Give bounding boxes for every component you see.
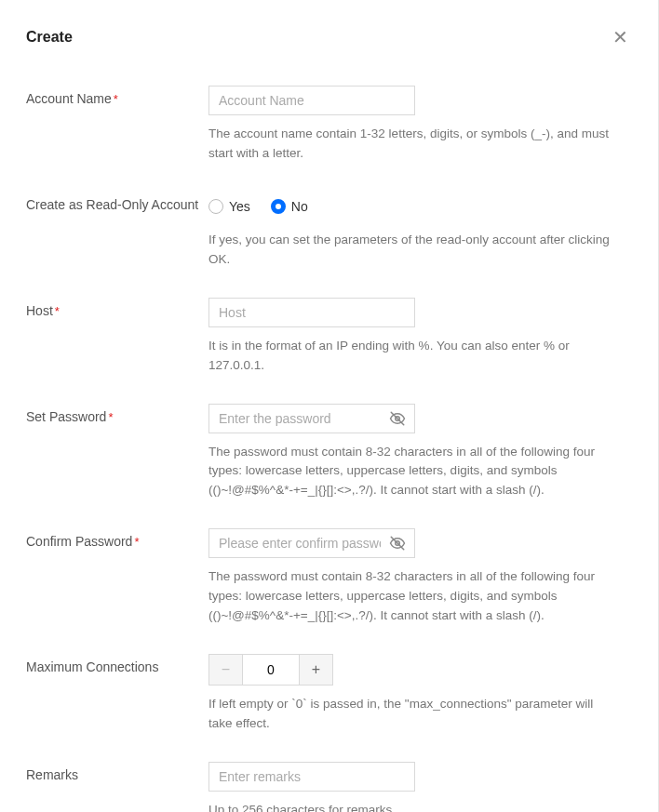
remarks-input[interactable]: [208, 762, 415, 792]
hint-host: It is in the format of an IP ending with…: [208, 337, 618, 376]
radio-no[interactable]: No: [271, 199, 308, 214]
field-max-connections: − + If left empty or `0` is passed in, t…: [208, 654, 632, 734]
eye-off-icon: [389, 535, 406, 552]
row-host: Host* It is in the format of an IP endin…: [26, 298, 632, 376]
close-icon: ✕: [612, 27, 628, 47]
row-confirm-password: Confirm Password* The password must cont…: [26, 528, 632, 626]
label-read-only: Create as Read-Only Account: [26, 192, 208, 212]
toggle-password-visibility[interactable]: [389, 410, 406, 427]
field-confirm-password: The password must contain 8-32 character…: [208, 528, 632, 626]
row-read-only: Create as Read-Only Account Yes No If ye…: [26, 192, 632, 270]
label-text: Confirm Password: [26, 534, 132, 549]
label-host: Host*: [26, 298, 208, 318]
confirm-password-input[interactable]: [208, 528, 415, 558]
label-text: Account Name: [26, 91, 112, 106]
max-connections-stepper: − +: [208, 654, 632, 686]
label-text: Host: [26, 303, 53, 318]
required-mark: *: [108, 410, 113, 424]
required-mark: *: [114, 92, 118, 106]
eye-off-icon: [389, 410, 406, 427]
row-account-name: Account Name* The account name contain 1…: [26, 86, 632, 164]
hint-read-only: If yes, you can set the parameters of th…: [208, 231, 618, 270]
label-set-password: Set Password*: [26, 404, 208, 424]
field-account-name: The account name contain 1-32 letters, d…: [208, 86, 632, 164]
stepper-increment[interactable]: +: [300, 654, 333, 686]
field-host: It is in the format of an IP ending with…: [208, 298, 632, 376]
field-read-only: Yes No If yes, you can set the parameter…: [208, 192, 632, 270]
label-text: Set Password: [26, 409, 106, 424]
radio-icon: [271, 199, 286, 214]
password-wrapper: [208, 528, 415, 558]
hint-confirm-password: The password must contain 8-32 character…: [208, 567, 618, 626]
row-remarks: Remarks Up to 256 characters for remarks: [26, 762, 632, 812]
set-password-input[interactable]: [208, 404, 415, 433]
close-button[interactable]: ✕: [609, 26, 632, 48]
modal-title: Create: [26, 29, 73, 46]
required-mark: *: [55, 304, 60, 318]
toggle-password-visibility[interactable]: [389, 535, 406, 552]
label-remarks: Remarks: [26, 762, 208, 782]
field-remarks: Up to 256 characters for remarks: [208, 762, 632, 812]
radio-label: Yes: [229, 199, 250, 214]
modal-header: Create ✕: [26, 26, 632, 48]
label-max-connections: Maximum Connections: [26, 654, 208, 674]
hint-max-connections: If left empty or `0` is passed in, the "…: [208, 695, 618, 734]
create-account-modal: Create ✕ Account Name* The account name …: [0, 0, 658, 812]
radio-yes[interactable]: Yes: [208, 199, 250, 214]
required-mark: *: [134, 535, 139, 549]
row-set-password: Set Password* The password must contain …: [26, 404, 632, 501]
radio-label: No: [291, 199, 308, 214]
host-input[interactable]: [208, 298, 415, 327]
label-confirm-password: Confirm Password*: [26, 528, 208, 549]
hint-account-name: The account name contain 1-32 letters, d…: [208, 125, 618, 164]
password-wrapper: [208, 404, 415, 433]
label-account-name: Account Name*: [26, 86, 208, 106]
hint-set-password: The password must contain 8-32 character…: [208, 443, 618, 501]
read-only-radio-group: Yes No: [208, 192, 632, 221]
row-max-connections: Maximum Connections − + If left empty or…: [26, 654, 632, 734]
hint-remarks: Up to 256 characters for remarks: [208, 801, 618, 812]
account-name-input[interactable]: [208, 86, 415, 115]
field-set-password: The password must contain 8-32 character…: [208, 404, 632, 501]
max-connections-input[interactable]: [242, 654, 300, 686]
radio-icon: [208, 199, 223, 214]
stepper-decrement[interactable]: −: [208, 654, 242, 686]
